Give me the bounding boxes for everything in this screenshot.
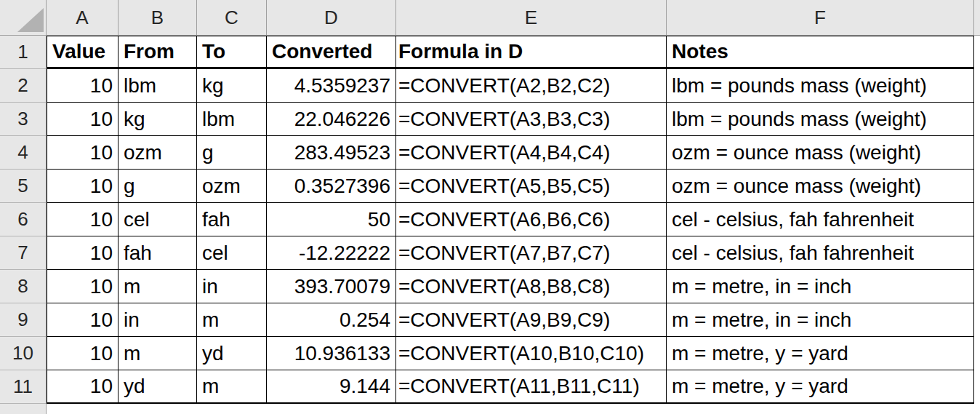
row-headers: 1 2 3 4 5 6 7 8 9 10 11 (0, 36, 47, 414)
cell-F1[interactable]: Notes (667, 36, 974, 69)
cell-D8[interactable]: 393.70079 (267, 270, 396, 303)
cell-A8[interactable]: 10 (47, 270, 119, 303)
column-header-E[interactable]: E (396, 0, 667, 35)
sheet-row-7: 10 fah cel -12.22222 =CONVERT(A7,B7,C7) … (47, 236, 974, 270)
sheet-row-10: 10 m yd 10.936133 =CONVERT(A10,B10,C10) … (47, 337, 974, 370)
sheet-row-8: 10 m in 393.70079 =CONVERT(A8,B8,C8) m =… (47, 270, 974, 303)
cell-A10[interactable]: 10 (47, 337, 119, 370)
cell-A1[interactable]: Value (47, 36, 119, 69)
cell-C5[interactable]: ozm (197, 170, 267, 203)
cell-B7[interactable]: fah (119, 236, 197, 270)
cell-E11[interactable]: =CONVERT(A11,B11,C11) (396, 370, 667, 404)
cell-A9[interactable]: 10 (47, 303, 119, 337)
cell-C1[interactable]: To (197, 36, 267, 69)
sheet-row-2: 10 lbm kg 4.5359237 =CONVERT(A2,B2,C2) l… (47, 69, 974, 103)
cell-F6[interactable]: cel - celsius, fah fahrenheit (667, 203, 974, 236)
cell-D6[interactable]: 50 (267, 203, 396, 236)
row-header-10[interactable]: 10 (0, 337, 47, 370)
cell-C11[interactable]: m (197, 370, 267, 404)
row-header-4[interactable]: 4 (0, 136, 47, 170)
cell-A2[interactable]: 10 (47, 69, 119, 103)
cell-E8[interactable]: =CONVERT(A8,B8,C8) (396, 270, 667, 303)
cell-F7[interactable]: cel - celsius, fah fahrenheit (667, 236, 974, 270)
row-header-1[interactable]: 1 (0, 36, 47, 69)
sheet-row-6: 10 cel fah 50 =CONVERT(A6,B6,C6) cel - c… (47, 203, 974, 236)
cell-D10[interactable]: 10.936133 (267, 337, 396, 370)
row-header-7[interactable]: 7 (0, 236, 47, 270)
cell-D1[interactable]: Converted (267, 36, 396, 69)
column-header-B[interactable]: B (119, 0, 197, 35)
cell-E7[interactable]: =CONVERT(A7,B7,C7) (396, 236, 667, 270)
cell-F9[interactable]: m = metre, in = inch (667, 303, 974, 337)
cell-D3[interactable]: 22.046226 (267, 103, 396, 136)
cell-E4[interactable]: =CONVERT(A4,B4,C4) (396, 136, 667, 170)
cell-D2[interactable]: 4.5359237 (267, 69, 396, 103)
cell-B8[interactable]: m (119, 270, 197, 303)
column-header-D[interactable]: D (267, 0, 396, 35)
cell-A6[interactable]: 10 (47, 203, 119, 236)
cell-F2[interactable]: lbm = pounds mass (weight) (667, 69, 974, 103)
cell-E6[interactable]: =CONVERT(A6,B6,C6) (396, 203, 667, 236)
cell-B4[interactable]: ozm (119, 136, 197, 170)
row-header-3[interactable]: 3 (0, 103, 47, 136)
cell-D7[interactable]: -12.22222 (267, 236, 396, 270)
cell-E5[interactable]: =CONVERT(A5,B5,C5) (396, 170, 667, 203)
cell-A5[interactable]: 10 (47, 170, 119, 203)
sheet-row-11: 10 yd m 9.144 =CONVERT(A11,B11,C11) m = … (47, 370, 974, 404)
cell-B1[interactable]: From (119, 36, 197, 69)
cell-E2[interactable]: =CONVERT(A2,B2,C2) (396, 69, 667, 103)
cell-D9[interactable]: 0.254 (267, 303, 396, 337)
cell-C9[interactable]: m (197, 303, 267, 337)
column-header-A[interactable]: A (47, 0, 119, 35)
cell-E10[interactable]: =CONVERT(A10,B10,C10) (396, 337, 667, 370)
row-header-11[interactable]: 11 (0, 370, 47, 404)
cell-C2[interactable]: kg (197, 69, 267, 103)
cell-D5[interactable]: 0.3527396 (267, 170, 396, 203)
sheet-row-4: 10 ozm g 283.49523 =CONVERT(A4,B4,C4) oz… (47, 136, 974, 170)
cell-F3[interactable]: lbm = pounds mass (weight) (667, 103, 974, 136)
cell-B9[interactable]: in (119, 303, 197, 337)
cell-F4[interactable]: ozm = ounce mass (weight) (667, 136, 974, 170)
cell-C3[interactable]: lbm (197, 103, 267, 136)
sheet-row-5: 10 g ozm 0.3527396 =CONVERT(A5,B5,C5) oz… (47, 170, 974, 203)
column-header-partial[interactable] (974, 0, 980, 35)
cell-C8[interactable]: in (197, 270, 267, 303)
cell-C10[interactable]: yd (197, 337, 267, 370)
row-header-9[interactable]: 9 (0, 303, 47, 337)
cell-E1[interactable]: Formula in D (396, 36, 667, 69)
cell-E3[interactable]: =CONVERT(A3,B3,C3) (396, 103, 667, 136)
cell-B2[interactable]: lbm (119, 69, 197, 103)
select-all-corner[interactable] (0, 0, 47, 36)
cell-F5[interactable]: ozm = ounce mass (weight) (667, 170, 974, 203)
cell-B5[interactable]: g (119, 170, 197, 203)
row-header-2[interactable]: 2 (0, 69, 47, 103)
row-header-8[interactable]: 8 (0, 270, 47, 303)
cell-B11[interactable]: yd (119, 370, 197, 404)
column-header-F[interactable]: F (667, 0, 974, 35)
sheet-row-1: Value From To Converted Formula in D Not… (47, 36, 974, 69)
cell-B10[interactable]: m (119, 337, 197, 370)
cell-F10[interactable]: m = metre, y = yard (667, 337, 974, 370)
sheet-row-3: 10 kg lbm 22.046226 =CONVERT(A3,B3,C3) l… (47, 103, 974, 136)
cell-A3[interactable]: 10 (47, 103, 119, 136)
cell-F8[interactable]: m = metre, in = inch (667, 270, 974, 303)
cell-D11[interactable]: 9.144 (267, 370, 396, 404)
select-all-icon (17, 8, 44, 32)
cell-E9[interactable]: =CONVERT(A9,B9,C9) (396, 303, 667, 337)
cell-A7[interactable]: 10 (47, 236, 119, 270)
column-headers: A B C D E F (47, 0, 980, 36)
cell-A4[interactable]: 10 (47, 136, 119, 170)
row-header-5[interactable]: 5 (0, 170, 47, 203)
cell-C6[interactable]: fah (197, 203, 267, 236)
cell-B3[interactable]: kg (119, 103, 197, 136)
cell-C4[interactable]: g (197, 136, 267, 170)
cell-D4[interactable]: 283.49523 (267, 136, 396, 170)
column-header-C[interactable]: C (197, 0, 267, 35)
sheet-row-9: 10 in m 0.254 =CONVERT(A9,B9,C9) m = met… (47, 303, 974, 337)
cell-B6[interactable]: cel (119, 203, 197, 236)
row-header-partial[interactable] (0, 404, 47, 414)
row-header-6[interactable]: 6 (0, 203, 47, 236)
cell-C7[interactable]: cel (197, 236, 267, 270)
cell-F11[interactable]: m = metre, y = yard (667, 370, 974, 404)
cell-A11[interactable]: 10 (47, 370, 119, 404)
